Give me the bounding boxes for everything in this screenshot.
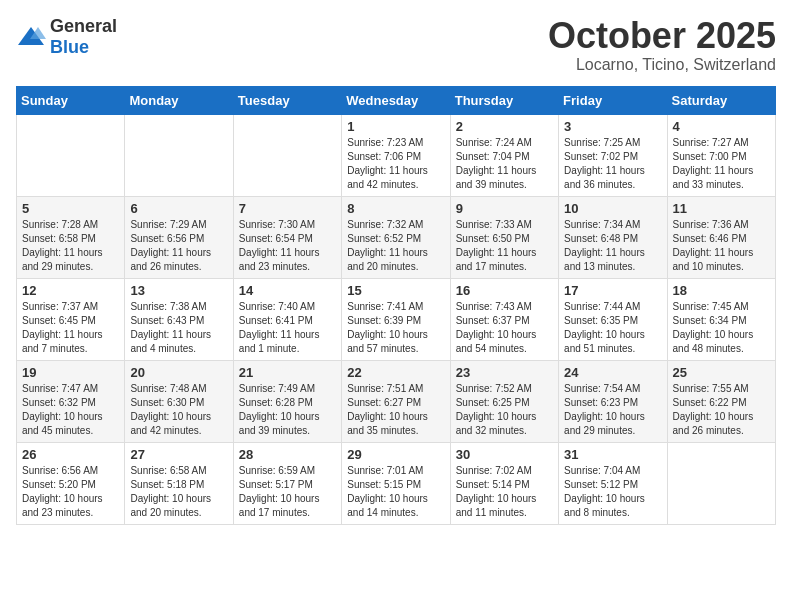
day-number: 15	[347, 283, 444, 298]
day-info: Sunrise: 7:36 AM Sunset: 6:46 PM Dayligh…	[673, 218, 770, 274]
calendar-cell: 16Sunrise: 7:43 AM Sunset: 6:37 PM Dayli…	[450, 278, 558, 360]
day-info: Sunrise: 7:37 AM Sunset: 6:45 PM Dayligh…	[22, 300, 119, 356]
calendar-cell: 7Sunrise: 7:30 AM Sunset: 6:54 PM Daylig…	[233, 196, 341, 278]
calendar-cell: 14Sunrise: 7:40 AM Sunset: 6:41 PM Dayli…	[233, 278, 341, 360]
calendar-cell: 11Sunrise: 7:36 AM Sunset: 6:46 PM Dayli…	[667, 196, 775, 278]
day-info: Sunrise: 7:24 AM Sunset: 7:04 PM Dayligh…	[456, 136, 553, 192]
calendar-cell: 8Sunrise: 7:32 AM Sunset: 6:52 PM Daylig…	[342, 196, 450, 278]
day-info: Sunrise: 7:49 AM Sunset: 6:28 PM Dayligh…	[239, 382, 336, 438]
calendar-cell: 5Sunrise: 7:28 AM Sunset: 6:58 PM Daylig…	[17, 196, 125, 278]
day-info: Sunrise: 7:01 AM Sunset: 5:15 PM Dayligh…	[347, 464, 444, 520]
col-header-monday: Monday	[125, 86, 233, 114]
day-number: 16	[456, 283, 553, 298]
day-info: Sunrise: 6:56 AM Sunset: 5:20 PM Dayligh…	[22, 464, 119, 520]
day-info: Sunrise: 7:55 AM Sunset: 6:22 PM Dayligh…	[673, 382, 770, 438]
day-number: 27	[130, 447, 227, 462]
day-info: Sunrise: 7:25 AM Sunset: 7:02 PM Dayligh…	[564, 136, 661, 192]
calendar-table: SundayMondayTuesdayWednesdayThursdayFrid…	[16, 86, 776, 525]
day-number: 14	[239, 283, 336, 298]
day-info: Sunrise: 7:47 AM Sunset: 6:32 PM Dayligh…	[22, 382, 119, 438]
day-info: Sunrise: 7:29 AM Sunset: 6:56 PM Dayligh…	[130, 218, 227, 274]
calendar-cell: 12Sunrise: 7:37 AM Sunset: 6:45 PM Dayli…	[17, 278, 125, 360]
calendar-cell: 27Sunrise: 6:58 AM Sunset: 5:18 PM Dayli…	[125, 442, 233, 524]
calendar-cell	[125, 114, 233, 196]
day-info: Sunrise: 7:44 AM Sunset: 6:35 PM Dayligh…	[564, 300, 661, 356]
day-info: Sunrise: 7:48 AM Sunset: 6:30 PM Dayligh…	[130, 382, 227, 438]
day-info: Sunrise: 7:41 AM Sunset: 6:39 PM Dayligh…	[347, 300, 444, 356]
calendar-cell: 31Sunrise: 7:04 AM Sunset: 5:12 PM Dayli…	[559, 442, 667, 524]
day-number: 30	[456, 447, 553, 462]
day-number: 8	[347, 201, 444, 216]
day-info: Sunrise: 7:30 AM Sunset: 6:54 PM Dayligh…	[239, 218, 336, 274]
calendar-cell: 3Sunrise: 7:25 AM Sunset: 7:02 PM Daylig…	[559, 114, 667, 196]
day-info: Sunrise: 7:27 AM Sunset: 7:00 PM Dayligh…	[673, 136, 770, 192]
calendar-week-row: 26Sunrise: 6:56 AM Sunset: 5:20 PM Dayli…	[17, 442, 776, 524]
calendar-cell: 20Sunrise: 7:48 AM Sunset: 6:30 PM Dayli…	[125, 360, 233, 442]
day-number: 5	[22, 201, 119, 216]
calendar-cell: 4Sunrise: 7:27 AM Sunset: 7:00 PM Daylig…	[667, 114, 775, 196]
calendar-cell: 25Sunrise: 7:55 AM Sunset: 6:22 PM Dayli…	[667, 360, 775, 442]
day-number: 18	[673, 283, 770, 298]
col-header-friday: Friday	[559, 86, 667, 114]
calendar-cell: 15Sunrise: 7:41 AM Sunset: 6:39 PM Dayli…	[342, 278, 450, 360]
calendar-week-row: 19Sunrise: 7:47 AM Sunset: 6:32 PM Dayli…	[17, 360, 776, 442]
col-header-saturday: Saturday	[667, 86, 775, 114]
calendar-cell: 9Sunrise: 7:33 AM Sunset: 6:50 PM Daylig…	[450, 196, 558, 278]
day-number: 10	[564, 201, 661, 216]
calendar-week-row: 5Sunrise: 7:28 AM Sunset: 6:58 PM Daylig…	[17, 196, 776, 278]
day-number: 3	[564, 119, 661, 134]
day-number: 11	[673, 201, 770, 216]
day-number: 13	[130, 283, 227, 298]
col-header-sunday: Sunday	[17, 86, 125, 114]
day-info: Sunrise: 7:33 AM Sunset: 6:50 PM Dayligh…	[456, 218, 553, 274]
day-number: 21	[239, 365, 336, 380]
day-info: Sunrise: 7:32 AM Sunset: 6:52 PM Dayligh…	[347, 218, 444, 274]
day-number: 17	[564, 283, 661, 298]
day-info: Sunrise: 6:59 AM Sunset: 5:17 PM Dayligh…	[239, 464, 336, 520]
page-header: General Blue October 2025 Locarno, Ticin…	[16, 16, 776, 74]
calendar-cell: 10Sunrise: 7:34 AM Sunset: 6:48 PM Dayli…	[559, 196, 667, 278]
month-title: October 2025	[548, 16, 776, 56]
day-number: 1	[347, 119, 444, 134]
day-number: 26	[22, 447, 119, 462]
day-info: Sunrise: 7:52 AM Sunset: 6:25 PM Dayligh…	[456, 382, 553, 438]
col-header-thursday: Thursday	[450, 86, 558, 114]
calendar-cell: 24Sunrise: 7:54 AM Sunset: 6:23 PM Dayli…	[559, 360, 667, 442]
calendar-cell: 6Sunrise: 7:29 AM Sunset: 6:56 PM Daylig…	[125, 196, 233, 278]
day-number: 23	[456, 365, 553, 380]
calendar-cell: 23Sunrise: 7:52 AM Sunset: 6:25 PM Dayli…	[450, 360, 558, 442]
day-number: 4	[673, 119, 770, 134]
day-number: 20	[130, 365, 227, 380]
calendar-cell: 1Sunrise: 7:23 AM Sunset: 7:06 PM Daylig…	[342, 114, 450, 196]
calendar-header-row: SundayMondayTuesdayWednesdayThursdayFrid…	[17, 86, 776, 114]
calendar-cell: 30Sunrise: 7:02 AM Sunset: 5:14 PM Dayli…	[450, 442, 558, 524]
logo: General Blue	[16, 16, 117, 58]
calendar-cell	[233, 114, 341, 196]
day-number: 7	[239, 201, 336, 216]
calendar-cell: 2Sunrise: 7:24 AM Sunset: 7:04 PM Daylig…	[450, 114, 558, 196]
day-number: 9	[456, 201, 553, 216]
logo-icon	[16, 25, 46, 49]
col-header-tuesday: Tuesday	[233, 86, 341, 114]
day-number: 6	[130, 201, 227, 216]
day-info: Sunrise: 7:45 AM Sunset: 6:34 PM Dayligh…	[673, 300, 770, 356]
calendar-week-row: 12Sunrise: 7:37 AM Sunset: 6:45 PM Dayli…	[17, 278, 776, 360]
calendar-cell	[17, 114, 125, 196]
day-number: 28	[239, 447, 336, 462]
day-number: 29	[347, 447, 444, 462]
logo-general: General	[50, 16, 117, 36]
day-number: 12	[22, 283, 119, 298]
day-info: Sunrise: 7:51 AM Sunset: 6:27 PM Dayligh…	[347, 382, 444, 438]
day-number: 19	[22, 365, 119, 380]
calendar-cell: 22Sunrise: 7:51 AM Sunset: 6:27 PM Dayli…	[342, 360, 450, 442]
day-info: Sunrise: 6:58 AM Sunset: 5:18 PM Dayligh…	[130, 464, 227, 520]
day-number: 24	[564, 365, 661, 380]
title-block: October 2025 Locarno, Ticino, Switzerlan…	[548, 16, 776, 74]
day-info: Sunrise: 7:40 AM Sunset: 6:41 PM Dayligh…	[239, 300, 336, 356]
calendar-cell: 26Sunrise: 6:56 AM Sunset: 5:20 PM Dayli…	[17, 442, 125, 524]
calendar-cell: 17Sunrise: 7:44 AM Sunset: 6:35 PM Dayli…	[559, 278, 667, 360]
day-info: Sunrise: 7:54 AM Sunset: 6:23 PM Dayligh…	[564, 382, 661, 438]
day-info: Sunrise: 7:02 AM Sunset: 5:14 PM Dayligh…	[456, 464, 553, 520]
calendar-cell: 18Sunrise: 7:45 AM Sunset: 6:34 PM Dayli…	[667, 278, 775, 360]
logo-blue: Blue	[50, 37, 89, 57]
